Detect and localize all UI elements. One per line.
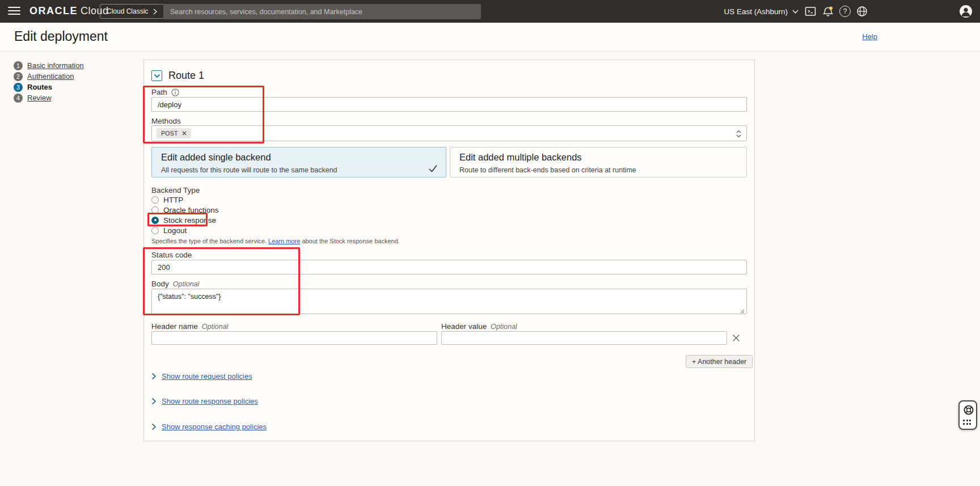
body-textarea[interactable]: {"status": "success"} <box>151 289 747 314</box>
oracle-cloud-logo: ORACLECloud <box>29 5 109 17</box>
radio-circle <box>151 227 159 234</box>
wizard-step-label[interactable]: Authentication <box>27 72 74 81</box>
toggle-route-request-policies[interactable]: Show route request policies <box>151 371 252 381</box>
wizard-steps: 1 Basic information 2 Authentication 3 R… <box>14 60 84 103</box>
radio-stock-response[interactable]: Stock response <box>151 215 216 225</box>
radio-circle <box>151 206 159 214</box>
path-input[interactable] <box>151 97 747 112</box>
body-label-row: BodyOptional <box>151 280 199 288</box>
policy-link[interactable]: Show route response policies <box>162 397 258 405</box>
remove-header-icon[interactable] <box>731 333 741 343</box>
policy-link[interactable]: Show route request policies <box>162 372 252 381</box>
card-single-backend[interactable]: Edit added single backend All requests f… <box>151 147 446 178</box>
life-ring-icon <box>963 404 974 416</box>
brand-oracle: ORACLE <box>29 5 78 16</box>
wizard-step-basic-information[interactable]: 1 Basic information <box>14 60 84 71</box>
toggle-response-caching-policies[interactable]: Show response caching policies <box>151 422 267 431</box>
card-title: Edit added single backend <box>161 152 271 163</box>
avatar-person-icon <box>960 5 972 18</box>
menu-icon[interactable] <box>8 7 20 16</box>
radio-circle <box>151 196 159 204</box>
assistant-widget-button[interactable] <box>958 400 977 430</box>
cloud-shell-icon[interactable] <box>805 6 816 17</box>
collapse-route-button[interactable] <box>151 70 162 81</box>
helper-prefix: Specifies the type of the backend servic… <box>151 238 268 244</box>
header-value-label-row: Header valueOptional <box>441 322 517 331</box>
path-label-row: Path <box>151 88 179 96</box>
help-link[interactable]: Help <box>862 32 877 41</box>
add-another-header-button[interactable]: + Another header <box>686 355 753 368</box>
learn-more-link[interactable]: Learn more <box>268 238 300 244</box>
wizard-step-routes[interactable]: 3 Routes <box>14 82 84 92</box>
radio-http[interactable]: HTTP <box>151 195 183 204</box>
oracle-cloud-console: ORACLECloud Cloud Classic US East (Ashbu… <box>0 0 980 486</box>
remove-chip-icon[interactable] <box>182 131 187 136</box>
method-chip-label: POST <box>161 130 178 137</box>
policy-link[interactable]: Show response caching policies <box>162 422 267 431</box>
chevron-right-icon <box>151 373 157 380</box>
header-value-label: Header value <box>441 322 487 331</box>
radio-oracle-functions[interactable]: Oracle functions <box>151 205 219 214</box>
region-label: US East (Ashburn) <box>724 7 788 16</box>
radio-label: Logout <box>163 226 187 235</box>
step-number-badge: 1 <box>14 61 23 70</box>
wizard-step-label[interactable]: Basic information <box>27 61 84 70</box>
optional-tag: Optional <box>202 323 229 331</box>
card-subtitle: Route to different back-ends based on cr… <box>459 166 636 174</box>
wizard-step-label[interactable]: Routes <box>27 83 52 91</box>
status-code-input[interactable] <box>151 260 747 274</box>
route-header: Route 1 <box>151 70 204 82</box>
radio-logout[interactable]: Logout <box>151 226 187 235</box>
dots-grid-icon <box>963 420 975 425</box>
path-label: Path <box>151 88 167 96</box>
header-name-label: Header name <box>151 322 198 331</box>
optional-tag: Optional <box>173 280 200 288</box>
page-title: Edit deployment <box>14 29 108 44</box>
helper-suffix: about the Stock response backend. <box>300 238 400 244</box>
help-icon[interactable]: ? <box>839 6 851 17</box>
backend-helper-text: Specifies the type of the backend servic… <box>151 238 400 244</box>
profile-avatar[interactable] <box>960 5 972 18</box>
top-navigation-bar: ORACLECloud Cloud Classic US East (Ashbu… <box>0 0 980 23</box>
radio-label: Stock response <box>163 216 216 225</box>
card-subtitle: All requests for this route will route t… <box>161 166 337 174</box>
radio-circle-selected <box>151 217 159 224</box>
info-icon[interactable] <box>171 88 179 96</box>
wizard-step-review[interactable]: 4 Review <box>14 92 84 103</box>
notifications-bell-icon[interactable] <box>822 6 834 17</box>
radio-label: Oracle functions <box>163 206 219 214</box>
page-header: Edit deployment Help <box>0 23 980 52</box>
optional-tag: Optional <box>491 323 517 331</box>
chevron-right-icon <box>151 398 157 405</box>
radio-label: HTTP <box>163 196 183 204</box>
region-selector[interactable]: US East (Ashburn) <box>724 0 799 23</box>
methods-multiselect[interactable]: POST <box>151 125 747 141</box>
card-multiple-backends[interactable]: Edit added multiple backends Route to di… <box>450 147 747 178</box>
chevron-right-icon <box>151 423 157 430</box>
search-input[interactable] <box>163 4 481 19</box>
backend-type-label: Backend Type <box>151 186 200 195</box>
card-title: Edit added multiple backends <box>459 152 582 163</box>
chevron-down-icon <box>154 74 160 78</box>
method-chip-post[interactable]: POST <box>157 128 191 138</box>
header-value-input[interactable] <box>441 331 727 345</box>
global-search <box>163 4 481 19</box>
language-globe-icon[interactable] <box>856 6 868 17</box>
wizard-step-label[interactable]: Review <box>27 94 52 102</box>
notification-dot <box>829 7 833 10</box>
route-panel: Route 1 Path Methods POST E <box>143 60 755 441</box>
wizard-step-authentication[interactable]: 2 Authentication <box>14 71 84 82</box>
header-name-label-row: Header nameOptional <box>151 322 228 331</box>
methods-label: Methods <box>151 117 181 125</box>
header-name-input[interactable] <box>151 331 437 345</box>
toggle-route-response-policies[interactable]: Show route response policies <box>151 396 258 405</box>
step-number-badge: 2 <box>14 72 23 81</box>
select-spinner-icon <box>736 129 742 138</box>
cloud-classic-button[interactable]: Cloud Classic <box>100 4 164 19</box>
status-code-label: Status code <box>151 251 192 259</box>
step-number-badge: 4 <box>14 94 23 103</box>
resize-grip-icon[interactable] <box>739 308 745 314</box>
cloud-classic-label: Cloud Classic <box>107 7 148 15</box>
route-title: Route 1 <box>168 70 204 82</box>
chevron-right-icon <box>153 9 157 15</box>
